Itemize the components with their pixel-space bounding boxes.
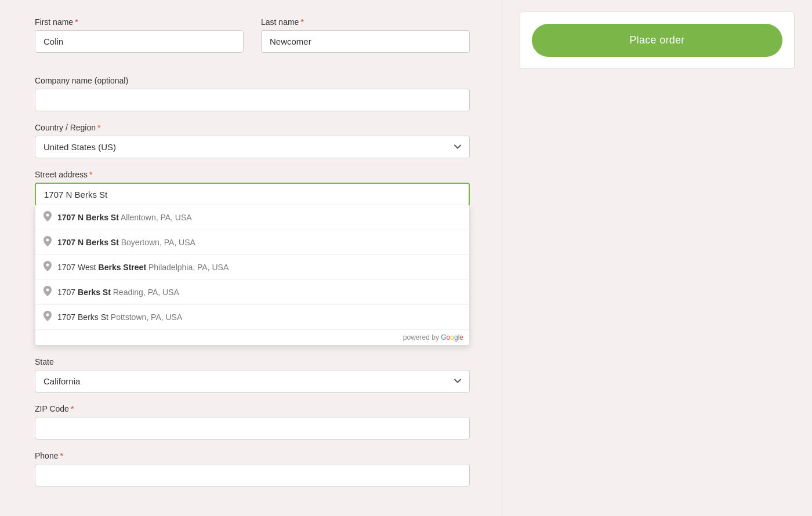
autocomplete-item-3[interactable]: 1707 West Berks Street Philadelphia, PA,… (35, 255, 469, 280)
last-name-input[interactable] (261, 30, 470, 53)
required-star: * (75, 17, 78, 27)
last-name-label: Last name* (261, 17, 470, 27)
pin-icon-1 (44, 211, 52, 224)
autocomplete-item-5[interactable]: 1707 Berks St Pottstown, PA, USA (35, 305, 469, 330)
required-star-3: * (97, 123, 100, 132)
phone-input[interactable] (35, 464, 470, 486)
required-star-5: * (71, 404, 74, 413)
pin-icon-4 (44, 286, 52, 299)
autocomplete-text-2: 1707 N Berks St Boyertown, PA, USA (57, 238, 195, 247)
autocomplete-text-4: 1707 Berks St Reading, PA, USA (57, 288, 179, 297)
autocomplete-text-1: 1707 N Berks St Allentown, PA, USA (57, 213, 192, 222)
autocomplete-text-3: 1707 West Berks Street Philadelphia, PA,… (57, 263, 229, 272)
company-name-input[interactable] (35, 89, 470, 111)
place-order-button[interactable]: Place order (532, 24, 782, 57)
phone-label: Phone* (35, 451, 470, 460)
sidebar-card: Place order (520, 12, 795, 69)
required-star-4: * (89, 170, 92, 179)
zip-code-label: ZIP Code* (35, 404, 470, 413)
state-label: State (35, 357, 470, 366)
autocomplete-item-1[interactable]: 1707 N Berks St Allentown, PA, USA (35, 205, 469, 230)
required-star-6: * (60, 451, 63, 460)
required-star-2: * (300, 17, 303, 27)
powered-by-google: powered by Google (35, 330, 469, 345)
zip-code-input[interactable] (35, 417, 470, 439)
street-address-input[interactable] (35, 183, 470, 206)
company-name-label: Company name (optional) (35, 76, 470, 85)
autocomplete-item-4[interactable]: 1707 Berks St Reading, PA, USA (35, 280, 469, 305)
street-address-label: Street address* (35, 170, 470, 179)
pin-icon-3 (44, 261, 52, 274)
pin-icon-2 (44, 236, 52, 249)
state-select[interactable]: California New York Texas Pennsylvania (35, 370, 470, 393)
first-name-label: First name* (35, 17, 244, 27)
country-region-label: Country / Region* (35, 123, 470, 132)
first-name-input[interactable] (35, 30, 244, 53)
autocomplete-dropdown: 1707 N Berks St Allentown, PA, USA 1707 … (35, 205, 470, 346)
autocomplete-text-5: 1707 Berks St Pottstown, PA, USA (57, 312, 182, 322)
autocomplete-item-2[interactable]: 1707 N Berks St Boyertown, PA, USA (35, 230, 469, 255)
country-select[interactable]: United States (US) Canada United Kingdom (35, 136, 470, 158)
pin-icon-5 (44, 311, 52, 324)
